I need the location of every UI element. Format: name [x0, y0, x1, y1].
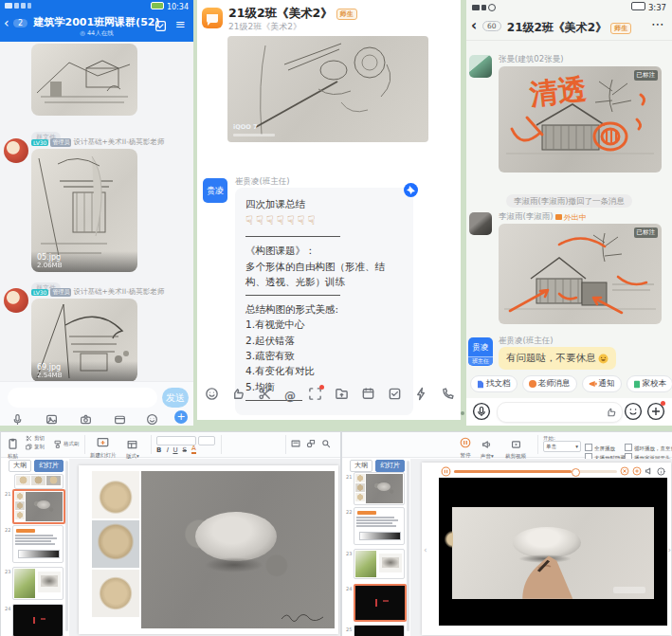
more-menu-icon[interactable]: ⋯ [651, 16, 664, 31]
lightning-icon[interactable] [414, 387, 428, 405]
slide-thumb-23[interactable] [354, 549, 405, 579]
chat-image-sketch-2[interactable]: 05.jpg 2.06MB [31, 149, 137, 272]
slide-thumb-22[interactable] [354, 507, 405, 545]
thumb-scrollbar[interactable] [65, 461, 68, 631]
align-center-button[interactable] [240, 437, 250, 455]
camera-icon[interactable] [80, 411, 92, 426]
group-todo-icon[interactable] [154, 18, 167, 36]
annotated-drawing-1[interactable]: 清透 已标注 [499, 66, 662, 173]
video-fullscreen-button[interactable] [632, 466, 642, 476]
bold-button[interactable]: B [156, 446, 161, 454]
send-button[interactable]: 发送 [162, 388, 189, 408]
video-close-button[interactable] [620, 466, 629, 476]
font-name-box[interactable] [156, 436, 196, 445]
tab-slides[interactable]: 幻灯片 [375, 460, 405, 472]
thumbs-up-icon[interactable] [606, 407, 617, 418]
voice-icon[interactable] [472, 402, 491, 425]
slide-thumb-25[interactable] [354, 625, 405, 636]
video-progress-knob[interactable] [572, 468, 580, 477]
message-card[interactable]: 四次加课总结 ☟☟☟☟☟☟☟ 《构图课题》： 多个形体的自由构图（形准、结构、透… [235, 188, 413, 415]
justify-button[interactable] [266, 437, 277, 455]
volume-button[interactable]: 声音▾ [481, 435, 494, 459]
screenshot-icon[interactable] [308, 387, 322, 405]
voice-icon[interactable] [11, 411, 24, 426]
strike-button[interactable]: S [183, 446, 187, 454]
video-frame[interactable] [439, 478, 667, 626]
align-right-button[interactable] [253, 437, 263, 455]
chip-homework[interactable]: 家校本 [627, 375, 672, 392]
pin-icon[interactable] [404, 183, 418, 197]
align-left-button[interactable] [227, 437, 237, 455]
charcoal-drawing[interactable] [141, 471, 335, 628]
slide-thumb-24[interactable] [354, 584, 407, 622]
avatar-teacher-cui[interactable]: 贵凌 [203, 178, 227, 203]
more-plus-icon[interactable] [646, 402, 665, 425]
avatar-lishuyu[interactable] [469, 212, 492, 235]
emoji-icon[interactable] [146, 411, 158, 426]
slide-thumb-24[interactable] [12, 604, 64, 636]
file-upload-icon[interactable] [335, 387, 349, 405]
annotated-drawing-2[interactable]: 已标注 [499, 224, 662, 324]
underline-button[interactable]: U [173, 446, 177, 454]
chat-image-sketch-1[interactable] [31, 44, 137, 116]
copy-button[interactable]: 复制 [26, 444, 45, 450]
avatar-teacher[interactable] [4, 288, 28, 313]
avatar-teacher-cui[interactable]: 贵凌 班主任 [468, 337, 493, 366]
emoji-icon[interactable] [205, 387, 219, 405]
wallet-icon[interactable] [114, 411, 126, 426]
scissors-icon[interactable] [258, 387, 272, 405]
slide-thumb-23[interactable] [12, 567, 64, 600]
chat-bubble[interactable]: 有问题哒，不要休息 [499, 347, 616, 370]
slide[interactable]: ‹ › [422, 463, 671, 635]
thumb-scrollbar[interactable] [407, 461, 409, 631]
cut-button[interactable]: 剪切 [26, 435, 45, 442]
avatar-teacher[interactable] [4, 138, 28, 163]
font-color-button[interactable]: A [191, 445, 196, 454]
calendar-icon[interactable] [361, 387, 375, 405]
chip-teacher-msg[interactable]: 老师消息 [522, 375, 577, 392]
slide-thumb-21[interactable] [12, 489, 65, 524]
thumbs-up-icon[interactable] [231, 387, 245, 405]
chip-find-doc[interactable]: 找文档 [470, 375, 518, 392]
photo-mushroom-2[interactable] [92, 520, 139, 568]
info-icon[interactable] [657, 467, 665, 476]
photo-mushroom-3[interactable] [92, 570, 139, 617]
mute-icon[interactable] [645, 466, 654, 476]
todo-icon[interactable] [388, 387, 402, 405]
photo-mushroom-1[interactable] [92, 471, 139, 518]
group-avatar[interactable] [202, 8, 223, 28]
crop-video-button[interactable]: 裁剪视频 [505, 435, 526, 459]
font-size-box[interactable] [198, 436, 215, 445]
video-pause-button[interactable] [441, 466, 451, 477]
message-input[interactable] [497, 402, 623, 423]
video-progress-track[interactable] [454, 470, 617, 473]
slide-thumb-22[interactable] [12, 525, 64, 563]
format-painter-button[interactable]: 格式刷 [54, 440, 80, 448]
avatar-zhangman[interactable] [469, 55, 492, 78]
emoji-icon[interactable] [624, 402, 643, 425]
pause-button[interactable]: 暂停 [460, 434, 471, 458]
chat-image-still-life[interactable]: iQOO 7 [227, 36, 428, 142]
text-box-icon[interactable] [291, 439, 300, 448]
mention-icon[interactable]: @ [284, 390, 296, 403]
slide-thumb-partial[interactable] [14, 474, 64, 489]
menu-icon[interactable]: ≡ [175, 17, 186, 31]
tab-outline[interactable]: 大纲 [9, 460, 31, 472]
slide-thumb-21[interactable] [354, 472, 405, 505]
message-input[interactable] [8, 388, 157, 408]
new-slide-button[interactable]: 新建幻灯片 [90, 434, 117, 458]
more-plus-icon[interactable]: + [174, 410, 188, 424]
slide[interactable] [79, 465, 338, 634]
phone-icon[interactable] [441, 387, 455, 405]
chip-notice[interactable]: 通知 [582, 375, 622, 392]
layout-button[interactable]: 版式▾ [126, 435, 139, 459]
gallery-icon[interactable] [45, 411, 58, 426]
prev-slide-arrow[interactable]: ‹ [424, 545, 427, 554]
tab-outline[interactable]: 大纲 [350, 460, 372, 472]
next-slide-arrow[interactable]: › [667, 545, 671, 554]
start-mode-select[interactable]: 单击▾ [543, 441, 581, 452]
search-icon[interactable] [321, 439, 331, 448]
chat-image-sketch-3[interactable]: 69.jpg 2.54MB [31, 299, 137, 382]
shapes-icon[interactable] [306, 439, 316, 448]
italic-button[interactable]: I [166, 446, 168, 454]
